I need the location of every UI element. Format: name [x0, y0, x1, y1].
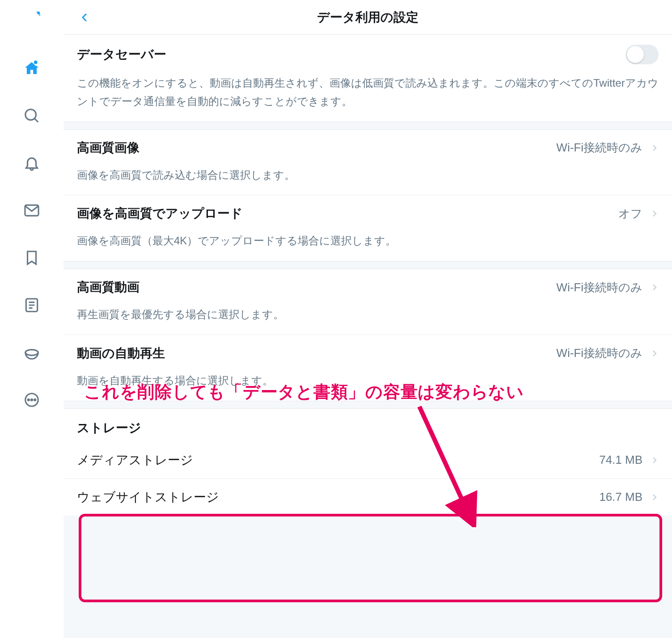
sidebar: [0, 0, 63, 638]
hq-image-description: 画像を高画質で読み込む場合に選択します。: [63, 166, 672, 196]
messages-icon[interactable]: [19, 197, 45, 223]
autoplay-value: Wi-Fi接続時のみ: [556, 345, 642, 361]
hq-video-description: 再生画質を最優先する場合に選択します。: [63, 306, 672, 335]
row-high-quality-video[interactable]: 高画質動画 Wi-Fi接続時のみ: [63, 269, 672, 306]
more-icon[interactable]: [19, 387, 45, 413]
section-data-saver: データセーバー この機能をオンにすると、動画は自動再生されず、画像は低画質で読み…: [63, 35, 672, 122]
website-storage-title: ウェブサイトストレージ: [77, 489, 599, 506]
hq-image-title: 高画質画像: [77, 139, 556, 156]
svg-point-8: [34, 399, 36, 400]
hq-image-value: Wi-Fi接続時のみ: [556, 140, 642, 155]
row-high-quality-image[interactable]: 高画質画像 Wi-Fi接続時のみ: [63, 130, 672, 166]
hq-video-value: Wi-Fi接続時のみ: [556, 280, 642, 295]
lists-icon[interactable]: [19, 292, 45, 318]
page-header: データ利用の設定: [63, 0, 672, 35]
twitter-logo[interactable]: [19, 8, 45, 34]
autoplay-title: 動画の自動再生: [77, 345, 556, 362]
home-icon[interactable]: [19, 55, 45, 81]
media-storage-title: メディアストレージ: [77, 452, 599, 469]
svg-point-0: [34, 61, 38, 64]
autoplay-description: 動画を自動再生する場合に選択します。: [63, 372, 672, 401]
page-title: データ利用の設定: [63, 9, 672, 26]
row-upload-hq-image[interactable]: 画像を高画質でアップロード オフ: [63, 195, 672, 232]
row-autoplay-video[interactable]: 動画の自動再生 Wi-Fi接続時のみ: [63, 335, 672, 372]
hq-video-title: 高画質動画: [77, 279, 556, 296]
chevron-right-icon: [651, 453, 659, 467]
bookmarks-icon[interactable]: [19, 245, 45, 271]
upload-hq-image-title: 画像を高画質でアップロード: [77, 205, 618, 222]
notifications-icon[interactable]: [19, 150, 45, 176]
chevron-right-icon: [651, 281, 659, 294]
media-storage-value: 74.1 MB: [599, 453, 642, 467]
data-saver-toggle[interactable]: [626, 45, 659, 64]
upload-hq-image-value: オフ: [618, 206, 642, 222]
row-data-saver[interactable]: データセーバー: [63, 35, 672, 74]
back-button[interactable]: [72, 4, 98, 31]
section-images: 高画質画像 Wi-Fi接続時のみ 画像を高画質で読み込む場合に選択します。 画像…: [63, 130, 672, 261]
svg-point-6: [28, 399, 29, 400]
section-video: 高画質動画 Wi-Fi接続時のみ 再生画質を最優先する場合に選択します。 動画の…: [63, 269, 672, 401]
storage-header: ストレージ: [63, 409, 672, 442]
chevron-right-icon: [651, 491, 659, 504]
moments-icon[interactable]: [19, 340, 45, 365]
chevron-right-icon: [651, 207, 659, 220]
data-saver-description: この機能をオンにすると、動画は自動再生されず、画像は低画質で読み込まれます。この…: [63, 74, 672, 122]
row-website-storage[interactable]: ウェブサイトストレージ 16.7 MB: [63, 479, 672, 516]
search-icon[interactable]: [19, 103, 45, 129]
website-storage-value: 16.7 MB: [599, 490, 642, 504]
chevron-right-icon: [651, 141, 659, 155]
data-saver-title: データセーバー: [77, 46, 626, 63]
svg-point-7: [31, 399, 32, 400]
svg-point-1: [25, 109, 36, 120]
svg-point-4: [25, 350, 38, 356]
row-media-storage[interactable]: メディアストレージ 74.1 MB: [63, 442, 672, 479]
chevron-right-icon: [651, 347, 659, 360]
upload-hq-image-description: 画像を高画質（最大4K）でアップロードする場合に選択します。: [63, 232, 672, 261]
main-content: データ利用の設定 データセーバー この機能をオンにすると、動画は自動再生されず、…: [63, 0, 672, 638]
section-storage: ストレージ メディアストレージ 74.1 MB ウェブサイトストレージ 16.7…: [63, 409, 672, 516]
